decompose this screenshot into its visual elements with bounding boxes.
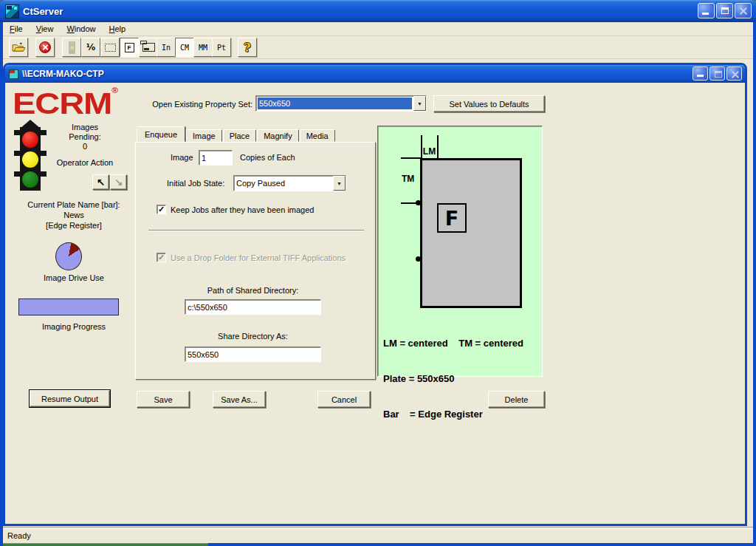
save-button[interactable]: Save	[137, 391, 190, 408]
property-set-dropdown-button[interactable]: ▼	[413, 96, 426, 111]
property-set-label: Open Existing Property Set:	[116, 100, 252, 109]
trademark-symbol: ®	[111, 86, 118, 95]
tab-magnify[interactable]: Magnify	[257, 129, 299, 142]
enqueue-tab-panel: Image Copies of Each Initial Job State: …	[135, 142, 376, 380]
job-state-combobox[interactable]: Copy Paused ▼	[233, 175, 346, 191]
drop-folder-label: Use a Drop Folder for External TIFF Appl…	[171, 253, 346, 262]
window-bottom-border	[3, 543, 753, 546]
set-defaults-button[interactable]: Set Values to Defaults	[433, 95, 545, 112]
orientation-mark: F	[437, 203, 467, 233]
cancel-button[interactable]: Cancel	[317, 391, 371, 408]
drive-use-label: Image Drive Use	[5, 273, 142, 283]
traffic-status-button[interactable]	[62, 38, 81, 57]
copies-input[interactable]	[199, 150, 233, 165]
menu-bar: File View Window Help	[3, 22, 753, 36]
unit-cm-button[interactable]: CM	[175, 38, 194, 57]
property-set-value: 550x650	[258, 98, 412, 109]
imaging-progress-label: Imaging Progress	[5, 322, 142, 332]
property-set-combobox[interactable]: 550x650 ▼	[255, 95, 427, 112]
close-button[interactable]	[735, 3, 752, 18]
plate-graphic	[420, 158, 522, 308]
ratio-icon: ¹⁄₀	[86, 42, 96, 52]
share-as-label: Share Directory As:	[185, 332, 321, 341]
unit-mm-button[interactable]: MM	[193, 38, 213, 57]
minimize-button[interactable]	[698, 3, 715, 18]
child-window: \\ECRM-MAKO-CTP ECRM®	[3, 63, 747, 526]
help-icon: ?	[244, 41, 250, 55]
menu-window[interactable]: Window	[60, 23, 102, 35]
save-as-button[interactable]: Save As...	[213, 391, 266, 408]
check-icon: ✓	[158, 253, 165, 262]
image-copies-label: Image	[171, 153, 193, 162]
child-close-button[interactable]	[726, 66, 742, 81]
arrow-down-right-icon: ↘	[114, 177, 123, 188]
maximize-icon	[715, 71, 722, 78]
plate-name-label: Current Plate Name [bar]:	[5, 199, 142, 210]
lm-tick-right	[437, 135, 439, 158]
drop-folder-checkbox: ✓	[157, 253, 166, 262]
plate-mode-value: [Edge Register]	[5, 220, 142, 231]
ecrm-logo: ECRM®	[13, 87, 118, 118]
app-icon	[5, 4, 19, 18]
grid-icon	[105, 44, 116, 52]
images-pending-count: 0	[44, 142, 126, 151]
child-window-title: \\ECRM-MAKO-CTP	[22, 69, 104, 79]
help-button[interactable]: ?	[238, 38, 257, 57]
keep-jobs-label: Keep Jobs after they have been imaged	[171, 205, 314, 214]
delete-button[interactable]: Delete	[488, 391, 545, 408]
shared-path-input[interactable]	[185, 299, 321, 315]
register-dot-bottom	[416, 256, 421, 262]
open-folder-icon	[12, 42, 26, 52]
minimize-icon	[697, 75, 704, 77]
menu-view[interactable]: View	[30, 23, 61, 35]
tab-place[interactable]: Place	[223, 129, 257, 142]
tab-media[interactable]: Media	[300, 129, 335, 142]
maximize-button[interactable]	[716, 3, 733, 18]
stop-button[interactable]	[35, 38, 55, 57]
chevron-down-icon: ▼	[337, 181, 342, 186]
chevron-down-icon: ▼	[417, 101, 422, 106]
unit-pt-button[interactable]: Pt	[212, 38, 231, 57]
arrow-down-right-button[interactable]: ↘	[110, 174, 127, 190]
job-state-value: Copy Paused	[234, 176, 333, 191]
child-minimize-button[interactable]	[693, 66, 708, 81]
yellow-light	[22, 151, 38, 168]
menu-file[interactable]: File	[3, 23, 30, 35]
maximize-icon	[721, 7, 729, 14]
share-as-input[interactable]	[185, 347, 321, 362]
shared-path-label: Path of Shared Directory:	[185, 286, 321, 295]
job-state-label: Initial Job State:	[167, 179, 224, 188]
operator-action-label: Operator Action	[44, 158, 126, 168]
arrow-up-left-button[interactable]: ↖	[92, 174, 109, 190]
main-titlebar: CtServer	[0, 0, 756, 22]
drop-folder-button[interactable]	[139, 38, 158, 57]
tab-image[interactable]: Image	[186, 129, 222, 142]
open-button[interactable]	[9, 38, 28, 57]
arrow-up-left-icon: ↖	[97, 177, 106, 188]
window-title: CtServer	[23, 6, 63, 17]
keep-jobs-checkbox[interactable]: ✓	[157, 205, 166, 214]
ratio-button[interactable]: ¹⁄₀	[81, 38, 100, 57]
grid-button[interactable]	[100, 38, 120, 57]
menu-help[interactable]: Help	[103, 23, 133, 35]
unit-in-button[interactable]: In	[157, 38, 176, 57]
desktop: CtServer File View Window Help	[0, 0, 756, 546]
traffic-light-icon	[69, 41, 75, 54]
child-window-icon	[9, 69, 18, 79]
separator	[148, 230, 364, 231]
toolbar: ¹⁄₀ F In CM MM Pt ?	[3, 36, 753, 59]
tab-strip: Enqueue Image Place Magnify Media	[137, 127, 336, 142]
job-state-dropdown-button[interactable]: ▼	[333, 176, 346, 191]
current-plate-info: Current Plate Name [bar]: News [Edge Reg…	[5, 199, 142, 231]
film-icon: F	[125, 43, 134, 52]
tab-enqueue[interactable]: Enqueue	[137, 126, 185, 142]
legend-margins: LM = centered TM = centered	[383, 338, 523, 349]
tm-label: TM	[402, 174, 414, 184]
film-button[interactable]: F	[120, 38, 139, 57]
resume-output-button[interactable]: Resume Output	[30, 390, 110, 407]
legend-plate: Plate = 550x650	[383, 373, 523, 385]
child-client-area: ECRM® Images Pending: 0	[5, 83, 745, 524]
preview-legend: LM = centered TM = centered Plate = 550x…	[383, 314, 523, 444]
child-maximize-button[interactable]	[709, 66, 725, 81]
drop-folder-icon	[142, 43, 155, 52]
